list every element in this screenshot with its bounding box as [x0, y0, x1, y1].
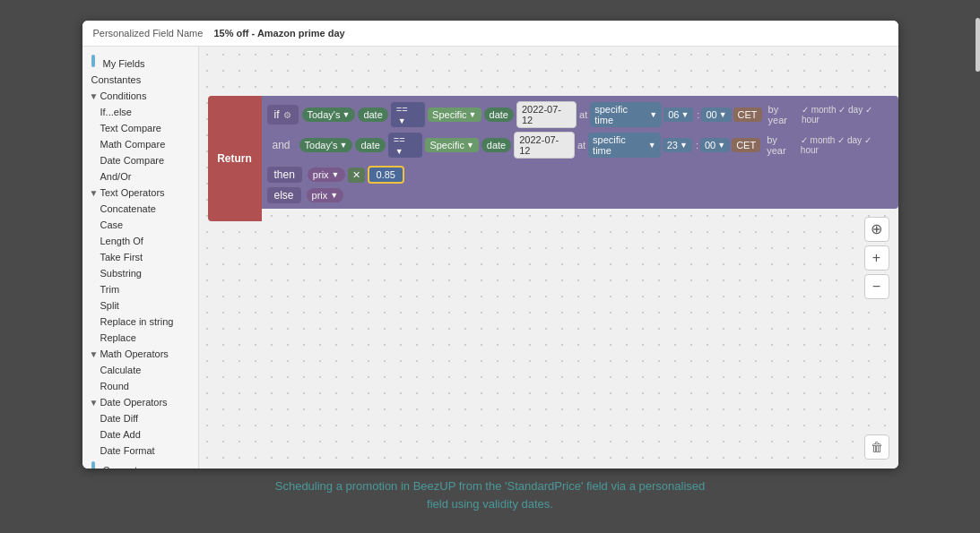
prix-arrow-else: ▼: [330, 191, 338, 200]
sidebar-item-concatenate[interactable]: Concatenate: [82, 201, 198, 217]
operator-dropdown-2: ▼: [395, 147, 403, 156]
if-keyword[interactable]: if ⚙: [267, 105, 299, 125]
sidebar-item-round[interactable]: Round: [82, 378, 198, 394]
time-chip-1[interactable]: specific time ▼: [590, 102, 662, 127]
outer-wrapper: Personalized Field Name 15% off - Amazon…: [0, 0, 980, 533]
date-chip-1[interactable]: date: [358, 107, 387, 122]
time-dropdown-1: ▼: [649, 110, 657, 119]
sidebar-item-and-or[interactable]: And/Or: [82, 168, 198, 185]
my-fields-color-bar: [91, 55, 95, 67]
header-label: Personalized Field Name: [93, 28, 204, 39]
compass-button[interactable]: ⊕: [864, 217, 889, 242]
sidebar: My Fields Constantes ▼ Conditions If...e…: [82, 47, 199, 469]
minute-chip-1[interactable]: 00 ▼: [701, 107, 731, 122]
sidebar-section-conditions[interactable]: ▼ Conditions: [82, 88, 198, 104]
sidebar-item-trim[interactable]: Trim: [82, 281, 198, 297]
sidebar-item-replace-in-string[interactable]: Replace in string: [82, 314, 198, 330]
at-text-2: at: [577, 140, 585, 150]
sidebar-item-date-compare[interactable]: Date Compare: [82, 152, 198, 168]
bottom-text: Scheduling a promotion in BeezUP from th…: [257, 477, 724, 512]
specific-dropdown-2: ▼: [466, 141, 474, 150]
sidebar-item-date-add[interactable]: Date Add: [82, 426, 198, 443]
conditions-triangle: ▼: [90, 91, 99, 101]
sidebar-item-take-first[interactable]: Take First: [82, 249, 198, 265]
timezone-chip-1[interactable]: CET: [733, 107, 762, 122]
sidebar-item-if-else[interactable]: If...else: [82, 104, 198, 120]
sidebar-item-my-fields[interactable]: My Fields: [82, 52, 198, 72]
todays-chip-1[interactable]: Today's ▼: [302, 107, 356, 122]
prix-chip-else[interactable]: prix ▼: [307, 188, 344, 202]
math-operators-triangle: ▼: [90, 349, 99, 359]
sidebar-item-text-compare[interactable]: Text Compare: [82, 120, 198, 136]
sidebar-item-case[interactable]: Case: [82, 217, 198, 233]
todays-dropdown-arrow-1: ▼: [342, 110, 350, 119]
sidebar-item-replace[interactable]: Replace: [82, 330, 198, 346]
sidebar-item-date-diff[interactable]: Date Diff: [82, 410, 198, 426]
main-container: Personalized Field Name 15% off - Amazon…: [82, 21, 898, 469]
minute-dropdown-1: ▼: [719, 110, 727, 119]
specific-chip-1[interactable]: Specific ▼: [428, 107, 481, 122]
return-label: Return: [208, 96, 262, 221]
date-chip-2[interactable]: date: [355, 138, 385, 152]
else-label: else: [267, 187, 301, 203]
value-chip[interactable]: 0.85: [368, 166, 404, 184]
sidebar-item-split[interactable]: Split: [82, 297, 198, 314]
sidebar-item-calculate[interactable]: Calculate: [82, 362, 198, 378]
sidebar-item-math-compare[interactable]: Math Compare: [82, 136, 198, 152]
header-value: 15% off - Amazon prime day: [213, 28, 344, 39]
date-operators-triangle: ▼: [90, 398, 99, 408]
date-type-chip-1[interactable]: date: [484, 107, 514, 122]
operator-chip-2[interactable]: == ▼: [388, 133, 423, 158]
sidebar-item-substring[interactable]: Substring: [82, 265, 198, 281]
hour-chip-1[interactable]: 06 ▼: [663, 107, 693, 122]
prix-chip-then[interactable]: prix ▼: [308, 168, 345, 182]
sidebar-section-math-operators[interactable]: ▼ Math Operators: [82, 346, 198, 362]
and-label: and: [267, 137, 296, 153]
colon-1: :: [697, 109, 699, 120]
then-label: then: [267, 167, 302, 183]
timezone-chip-2[interactable]: CET: [732, 138, 760, 152]
specific-dropdown-1: ▼: [469, 110, 477, 119]
sidebar-item-length-of[interactable]: Length Of: [82, 233, 198, 249]
sidebar-item-constantes[interactable]: Constantes: [82, 72, 198, 88]
if-block-wrapper: if ⚙ Today's ▼ date: [262, 96, 898, 209]
operator-chip-1[interactable]: == ▼: [391, 102, 425, 127]
date-value-chip-2[interactable]: 2022-07-12: [514, 132, 575, 159]
prix-arrow-then: ▼: [332, 170, 340, 179]
text-operators-triangle: ▼: [90, 188, 99, 198]
sidebar-item-converters[interactable]: Converters: [82, 459, 198, 469]
blocks-container: Return if ⚙ Today's ▼: [208, 96, 898, 221]
at-text-1: at: [579, 109, 587, 120]
time-dropdown-2: ▼: [648, 141, 656, 150]
if-row-2: and Today's ▼ date == ▼: [267, 132, 893, 159]
date-type-chip-2[interactable]: date: [481, 138, 511, 152]
asterisk-chip[interactable]: ✕: [348, 168, 365, 183]
gear-icon: ⚙: [283, 110, 291, 120]
operator-dropdown-1: ▼: [398, 116, 406, 125]
colon-2: :: [696, 140, 698, 150]
specific-chip-2[interactable]: Specific ▼: [425, 138, 478, 152]
then-row: then prix ▼ ✕ 0.85: [267, 166, 893, 184]
todays-chip-2[interactable]: Today's ▼: [299, 138, 353, 152]
canvas-area: Return if ⚙ Today's ▼: [199, 47, 898, 469]
minute-dropdown-2: ▼: [717, 141, 725, 150]
hour-chip-2[interactable]: 23 ▼: [663, 138, 692, 152]
sidebar-section-date-operators[interactable]: ▼ Date Operators: [82, 394, 198, 410]
else-row: else prix ▼: [267, 187, 893, 203]
sidebar-section-text-operators[interactable]: ▼ Text Operators: [82, 185, 198, 201]
body-area: My Fields Constantes ▼ Conditions If...e…: [82, 47, 898, 469]
by-year-section-2: by year ✓ month ✓ day ✓ hour: [767, 134, 892, 156]
trash-button[interactable]: 🗑: [864, 434, 889, 460]
date-value-chip-1[interactable]: 2022-07-12: [516, 101, 577, 128]
hour-dropdown-2: ▼: [680, 141, 688, 150]
return-block: Return if ⚙ Today's ▼: [208, 96, 898, 221]
zoom-in-button[interactable]: +: [864, 245, 889, 271]
if-row-1: if ⚙ Today's ▼ date: [267, 101, 893, 128]
zoom-out-button[interactable]: −: [864, 274, 889, 299]
time-chip-2[interactable]: specific time ▼: [588, 133, 661, 158]
header-bar: Personalized Field Name 15% off - Amazon…: [82, 21, 898, 47]
canvas-controls: ⊕ + −: [864, 217, 889, 299]
minute-chip-2[interactable]: 00 ▼: [700, 138, 730, 152]
sidebar-item-date-format[interactable]: Date Format: [82, 443, 198, 459]
hour-dropdown-1: ▼: [681, 110, 689, 119]
